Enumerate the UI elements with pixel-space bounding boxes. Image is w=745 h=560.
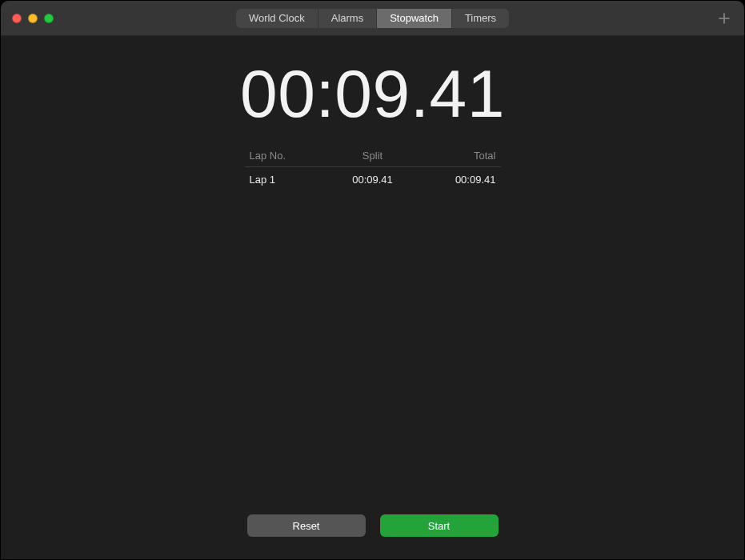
- lap-split: 00:09.41: [331, 174, 414, 186]
- window-minimize-button[interactable]: [28, 14, 38, 23]
- lap-table: Lap No. Split Total Lap 1 00:09.41 00:09…: [245, 150, 501, 192]
- tab-world-clock[interactable]: World Clock: [236, 9, 318, 28]
- tab-alarms[interactable]: Alarms: [318, 9, 377, 28]
- column-header-total: Total: [414, 150, 496, 162]
- column-header-split: Split: [331, 150, 414, 162]
- column-header-lap-no: Lap No.: [250, 150, 332, 162]
- elapsed-time: 00:09.41: [240, 60, 505, 127]
- lap-row: Lap 1 00:09.41 00:09.41: [245, 167, 501, 192]
- view-tabs: World Clock Alarms Stopwatch Timers: [236, 9, 509, 28]
- reset-button[interactable]: Reset: [247, 514, 366, 537]
- stopwatch-controls: Reset Start: [1, 514, 744, 537]
- tab-stopwatch[interactable]: Stopwatch: [377, 9, 452, 28]
- window-zoom-button[interactable]: [44, 14, 54, 23]
- add-button[interactable]: [715, 10, 733, 27]
- tab-timers[interactable]: Timers: [452, 9, 509, 28]
- lap-total: 00:09.41: [414, 174, 496, 186]
- lap-table-header: Lap No. Split Total: [245, 150, 501, 167]
- clock-window: World Clock Alarms Stopwatch Timers 00:0…: [0, 0, 745, 560]
- traffic-lights: [12, 14, 54, 23]
- stopwatch-pane: 00:09.41 Lap No. Split Total Lap 1 00:09…: [1, 36, 744, 559]
- lap-name: Lap 1: [250, 174, 332, 186]
- start-button[interactable]: Start: [380, 514, 499, 537]
- titlebar: World Clock Alarms Stopwatch Timers: [1, 1, 744, 36]
- window-close-button[interactable]: [12, 14, 22, 23]
- plus-icon: [718, 12, 731, 25]
